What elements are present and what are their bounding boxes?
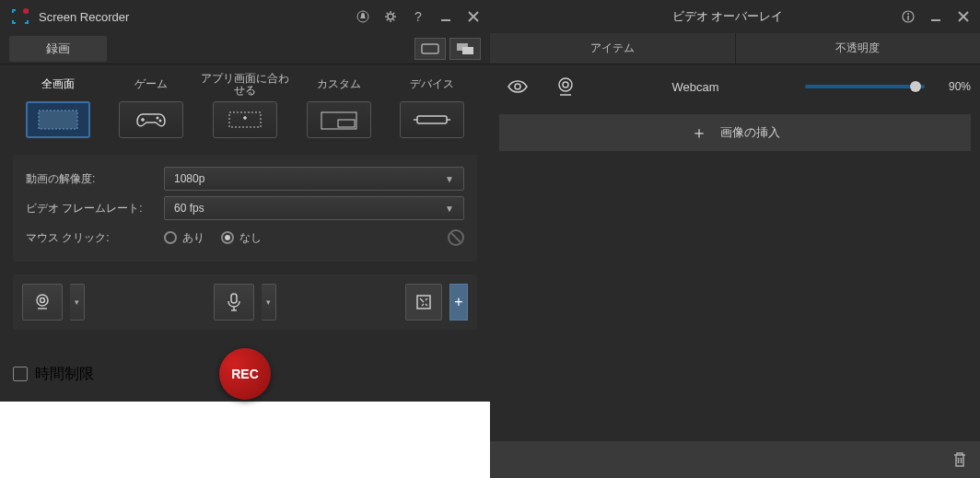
- plus-icon: ＋: [691, 122, 707, 144]
- aspect-wide-button[interactable]: [414, 38, 446, 60]
- gear-icon[interactable]: [383, 9, 398, 24]
- overlay-footer: [490, 441, 980, 478]
- fullscreen-icon: [26, 101, 90, 138]
- col-opacity: 不透明度: [736, 33, 981, 64]
- svg-point-21: [907, 13, 909, 15]
- titlebar-buttons: ?: [356, 9, 481, 24]
- plugin-button[interactable]: [405, 284, 442, 321]
- webcam-button[interactable]: [22, 284, 63, 321]
- svg-rect-18: [231, 294, 237, 303]
- overlay-item-name: Webcam: [595, 80, 796, 94]
- app-window-icon: [213, 101, 277, 138]
- device-row: ▾ ▾ +: [13, 274, 477, 330]
- svg-point-25: [559, 78, 572, 91]
- mouseclick-no-radio[interactable]: なし: [221, 230, 262, 246]
- mode-custom[interactable]: カスタム: [294, 72, 384, 138]
- opacity-slider[interactable]: [805, 85, 925, 88]
- device-icon: [400, 101, 464, 138]
- overlay-title: ビデオ オーバーレイ: [554, 8, 901, 25]
- screen-recorder-panel: Screen Recorder ? 録画 全画面 ゲーム: [0, 0, 490, 478]
- mouseclick-label: マウス クリック:: [26, 230, 164, 246]
- titlebar-right: ビデオ オーバーレイ: [490, 0, 980, 33]
- microphone-button[interactable]: [214, 284, 254, 321]
- svg-rect-6: [462, 47, 473, 54]
- microphone-dropdown[interactable]: ▾: [262, 284, 276, 321]
- close-icon[interactable]: [466, 9, 481, 24]
- svg-rect-11: [321, 112, 356, 129]
- tab-record[interactable]: 録画: [9, 36, 107, 62]
- insert-image-button[interactable]: ＋ 画像の挿入: [499, 114, 971, 151]
- svg-point-16: [37, 295, 48, 306]
- svg-point-26: [563, 82, 568, 87]
- svg-rect-12: [338, 120, 355, 127]
- close-icon[interactable]: [956, 9, 971, 24]
- svg-point-2: [388, 14, 393, 19]
- webcam-icon: [545, 76, 586, 98]
- mouseclick-yes-radio[interactable]: あり: [164, 230, 204, 246]
- video-overlay-panel: ビデオ オーバーレイ アイテム 不透明度 Webcam 90% ＋ 画像の挿入: [490, 0, 980, 478]
- titlebar-left: Screen Recorder ?: [0, 0, 490, 33]
- minimize-icon[interactable]: [928, 9, 943, 24]
- mode-app-window[interactable]: アプリ画面に合わせる: [200, 72, 290, 138]
- svg-point-0: [23, 8, 29, 14]
- record-button[interactable]: REC: [219, 348, 271, 400]
- svg-rect-13: [417, 116, 447, 123]
- mode-device[interactable]: デバイス: [387, 72, 477, 138]
- gamepad-icon: [119, 101, 183, 138]
- overlay-columns: アイテム 不透明度: [490, 33, 980, 64]
- svg-point-17: [41, 298, 45, 303]
- mode-selector: 全画面 ゲーム アプリ画面に合わせる カスタム デバイス: [0, 64, 490, 142]
- webcam-dropdown[interactable]: ▾: [70, 284, 85, 321]
- svg-point-8: [157, 117, 159, 120]
- mode-fullscreen[interactable]: 全画面: [13, 72, 103, 138]
- disabled-icon: [448, 229, 464, 246]
- svg-point-24: [515, 84, 520, 89]
- notifications-icon[interactable]: [356, 9, 370, 24]
- custom-region-icon: [307, 101, 371, 138]
- tab-row: 録画: [0, 33, 490, 64]
- app-title: Screen Recorder: [39, 10, 356, 24]
- svg-point-9: [159, 120, 162, 122]
- aspect-overlap-button[interactable]: [449, 38, 481, 60]
- bottom-controls: 時間制限 REC: [0, 346, 490, 402]
- time-limit-label: 時間制限: [35, 365, 94, 384]
- add-device-button[interactable]: +: [449, 284, 468, 321]
- chevron-down-icon: ▼: [445, 204, 454, 214]
- opacity-value: 90%: [934, 80, 971, 93]
- time-limit-checkbox[interactable]: [13, 367, 28, 381]
- svg-rect-4: [422, 44, 438, 53]
- help-icon[interactable]: ?: [411, 9, 426, 24]
- overlay-item-row[interactable]: Webcam 90%: [490, 64, 980, 109]
- framerate-label: ビデオ フレームレート:: [26, 201, 164, 216]
- trash-icon[interactable]: [952, 451, 967, 468]
- settings-block: 動画の解像度: 1080p ▼ ビデオ フレームレート: 60 fps ▼ マウ…: [13, 155, 477, 262]
- col-item: アイテム: [490, 33, 736, 64]
- resolution-select[interactable]: 1080p ▼: [164, 167, 464, 191]
- whitespace: [0, 402, 490, 478]
- chevron-down-icon: ▼: [445, 174, 454, 184]
- mode-game[interactable]: ゲーム: [107, 72, 197, 138]
- resolution-label: 動画の解像度:: [26, 171, 164, 187]
- framerate-select[interactable]: 60 fps ▼: [164, 196, 464, 220]
- svg-rect-7: [39, 111, 77, 129]
- minimize-icon[interactable]: [438, 9, 453, 24]
- info-icon[interactable]: [901, 9, 916, 24]
- visibility-toggle[interactable]: [499, 80, 536, 93]
- app-logo-icon: [9, 6, 31, 28]
